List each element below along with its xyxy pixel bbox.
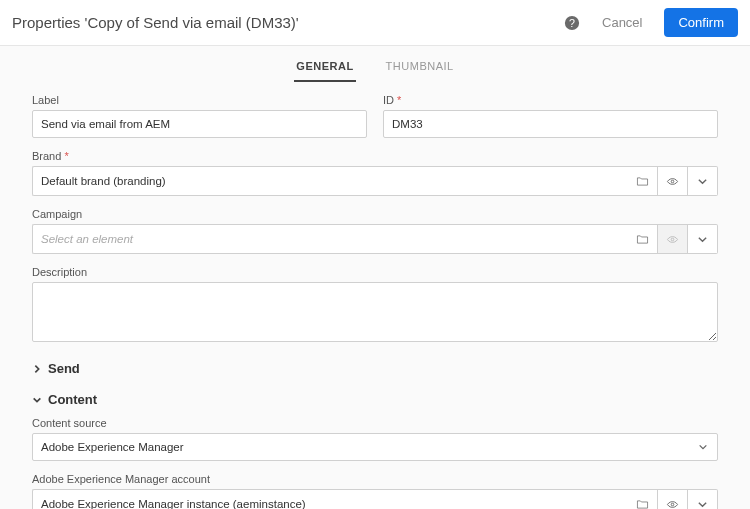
- label-label: Label: [32, 94, 367, 106]
- tab-bar: GENERAL THUMBNAIL: [0, 46, 750, 82]
- aem-account-field[interactable]: [32, 489, 628, 509]
- svg-point-3: [671, 238, 674, 241]
- cancel-button[interactable]: Cancel: [592, 9, 652, 36]
- brand-dropdown-button[interactable]: [688, 166, 718, 196]
- eye-icon: [666, 498, 679, 510]
- page-title: Properties 'Copy of Send via email (DM33…: [12, 14, 299, 31]
- folder-icon: [636, 175, 649, 188]
- brand-picker: [32, 166, 718, 196]
- section-content-toggle[interactable]: Content: [32, 392, 718, 407]
- chevron-right-icon: [32, 364, 42, 374]
- eye-icon: [666, 233, 679, 246]
- chevron-down-icon: [697, 499, 708, 510]
- chevron-down-icon: [32, 395, 42, 405]
- label-field[interactable]: [32, 110, 367, 138]
- aem-account-dropdown-button[interactable]: [688, 489, 718, 509]
- section-send-title: Send: [48, 361, 80, 376]
- header-actions: ? Cancel Confirm: [564, 8, 738, 37]
- help-icon[interactable]: ?: [564, 15, 580, 31]
- eye-icon: [666, 175, 679, 188]
- tab-general[interactable]: GENERAL: [294, 56, 355, 82]
- svg-point-4: [671, 503, 674, 506]
- brand-preview-button[interactable]: [658, 166, 688, 196]
- svg-point-2: [671, 180, 674, 183]
- section-content-title: Content: [48, 392, 97, 407]
- campaign-open-picker-button[interactable]: [628, 224, 658, 254]
- dialog-body: GENERAL THUMBNAIL Label ID Brand: [0, 46, 750, 509]
- folder-icon: [636, 233, 649, 246]
- aem-account-picker: [32, 489, 718, 509]
- brand-label: Brand: [32, 150, 718, 162]
- campaign-preview-button: [658, 224, 688, 254]
- campaign-picker: [32, 224, 718, 254]
- campaign-field[interactable]: [32, 224, 628, 254]
- description-field[interactable]: [32, 282, 718, 342]
- confirm-button[interactable]: Confirm: [664, 8, 738, 37]
- id-label: ID: [383, 94, 718, 106]
- section-send-toggle[interactable]: Send: [32, 361, 718, 376]
- campaign-dropdown-button[interactable]: [688, 224, 718, 254]
- brand-open-picker-button[interactable]: [628, 166, 658, 196]
- description-label: Description: [32, 266, 718, 278]
- general-panel: Label ID Brand: [0, 82, 750, 509]
- tab-thumbnail[interactable]: THUMBNAIL: [384, 56, 456, 82]
- aem-account-open-picker-button[interactable]: [628, 489, 658, 509]
- aem-account-preview-button[interactable]: [658, 489, 688, 509]
- id-field[interactable]: [383, 110, 718, 138]
- dialog-header: Properties 'Copy of Send via email (DM33…: [0, 0, 750, 46]
- brand-field[interactable]: [32, 166, 628, 196]
- folder-icon: [636, 498, 649, 510]
- campaign-label: Campaign: [32, 208, 718, 220]
- chevron-down-icon: [697, 234, 708, 245]
- content-source-label: Content source: [32, 417, 718, 429]
- content-source-select[interactable]: [32, 433, 718, 461]
- aem-account-label: Adobe Experience Manager account: [32, 473, 718, 485]
- content-source-value[interactable]: [32, 433, 718, 461]
- svg-text:?: ?: [569, 16, 575, 28]
- chevron-down-icon: [697, 176, 708, 187]
